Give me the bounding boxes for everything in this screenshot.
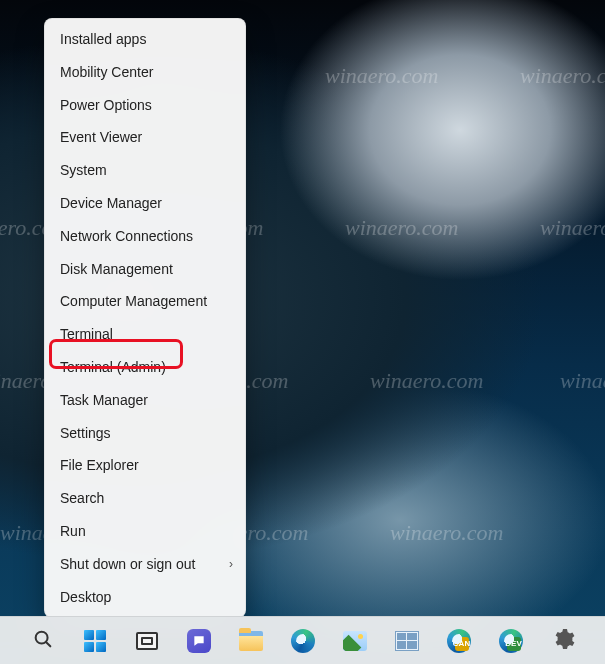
menu-item-terminal-admin[interactable]: Terminal (Admin) bbox=[45, 351, 245, 384]
edge-button[interactable] bbox=[283, 621, 323, 661]
watermark: winaero.com bbox=[520, 63, 605, 89]
edge-icon: CAN bbox=[447, 629, 471, 653]
edge-icon: DEV bbox=[499, 629, 523, 653]
menu-item-installed-apps[interactable]: Installed apps bbox=[45, 23, 245, 56]
menu-item-label: Shut down or sign out bbox=[60, 556, 195, 572]
watermark: winaero.com bbox=[345, 215, 458, 241]
chat-icon bbox=[187, 629, 211, 653]
watermark: winaero.com bbox=[390, 520, 503, 546]
photos-icon bbox=[343, 631, 367, 651]
search-button[interactable] bbox=[23, 621, 63, 661]
app-grid-icon bbox=[395, 631, 419, 651]
menu-item-label: Power Options bbox=[60, 97, 152, 113]
edge-canary-button[interactable]: CAN bbox=[439, 621, 479, 661]
menu-item-terminal[interactable]: Terminal bbox=[45, 318, 245, 351]
svg-line-1 bbox=[45, 642, 49, 646]
task-view-icon bbox=[136, 632, 158, 650]
gear-icon bbox=[551, 627, 575, 654]
menu-item-label: Search bbox=[60, 490, 104, 506]
windows-start-icon bbox=[84, 630, 106, 652]
menu-item-task-manager[interactable]: Task Manager bbox=[45, 384, 245, 417]
edge-icon bbox=[291, 629, 315, 653]
taskbar: CANDEV bbox=[0, 616, 605, 664]
menu-item-label: Device Manager bbox=[60, 195, 162, 211]
menu-item-label: File Explorer bbox=[60, 457, 139, 473]
menu-item-label: Event Viewer bbox=[60, 129, 142, 145]
badge: CAN bbox=[455, 637, 469, 651]
watermark: winaero.com bbox=[560, 368, 605, 394]
watermark: winaero.com bbox=[540, 215, 605, 241]
settings-button[interactable] bbox=[543, 621, 583, 661]
menu-item-label: Network Connections bbox=[60, 228, 193, 244]
watermark: winaero.com bbox=[325, 63, 438, 89]
menu-item-device-manager[interactable]: Device Manager bbox=[45, 187, 245, 220]
menu-item-shut-down-or-sign-out[interactable]: Shut down or sign out› bbox=[45, 548, 245, 581]
menu-item-label: Desktop bbox=[60, 589, 111, 605]
start-button[interactable] bbox=[75, 621, 115, 661]
badge: DEV bbox=[507, 637, 521, 651]
menu-item-file-explorer[interactable]: File Explorer bbox=[45, 449, 245, 482]
menu-item-label: Terminal (Admin) bbox=[60, 359, 166, 375]
edge-dev-button[interactable]: DEV bbox=[491, 621, 531, 661]
chevron-right-icon: › bbox=[229, 557, 233, 571]
menu-item-search[interactable]: Search bbox=[45, 482, 245, 515]
app-button-1[interactable] bbox=[387, 621, 427, 661]
menu-item-label: Settings bbox=[60, 425, 111, 441]
folder-icon bbox=[239, 631, 263, 651]
watermark: winaero.com bbox=[370, 368, 483, 394]
chat-button[interactable] bbox=[179, 621, 219, 661]
menu-item-label: Terminal bbox=[60, 326, 113, 342]
task-view-button[interactable] bbox=[127, 621, 167, 661]
file-explorer-button[interactable] bbox=[231, 621, 271, 661]
menu-item-label: Computer Management bbox=[60, 293, 207, 309]
menu-item-disk-management[interactable]: Disk Management bbox=[45, 253, 245, 286]
desktop: winaero.com winaero.com winaero.com wina… bbox=[0, 0, 605, 664]
menu-item-label: Task Manager bbox=[60, 392, 148, 408]
menu-item-label: Mobility Center bbox=[60, 64, 153, 80]
menu-item-label: Installed apps bbox=[60, 31, 146, 47]
menu-item-power-options[interactable]: Power Options bbox=[45, 89, 245, 122]
search-icon bbox=[32, 628, 54, 653]
winx-context-menu: Installed appsMobility CenterPower Optio… bbox=[44, 18, 246, 618]
menu-item-network-connections[interactable]: Network Connections bbox=[45, 220, 245, 253]
menu-item-mobility-center[interactable]: Mobility Center bbox=[45, 56, 245, 89]
menu-item-settings[interactable]: Settings bbox=[45, 417, 245, 450]
menu-item-label: Run bbox=[60, 523, 86, 539]
menu-item-run[interactable]: Run bbox=[45, 515, 245, 548]
menu-item-label: Disk Management bbox=[60, 261, 173, 277]
menu-item-label: System bbox=[60, 162, 107, 178]
menu-item-system[interactable]: System bbox=[45, 154, 245, 187]
menu-item-desktop[interactable]: Desktop bbox=[45, 581, 245, 614]
menu-item-computer-management[interactable]: Computer Management bbox=[45, 285, 245, 318]
menu-item-event-viewer[interactable]: Event Viewer bbox=[45, 121, 245, 154]
photos-button[interactable] bbox=[335, 621, 375, 661]
